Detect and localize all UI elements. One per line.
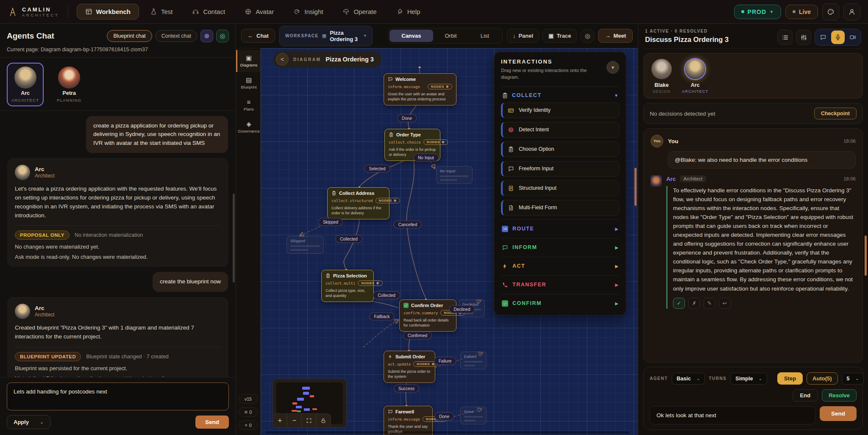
panel-button[interactable]: ↓Panel — [507, 29, 539, 43]
interaction-item[interactable]: Multi-Field Form — [501, 200, 619, 216]
agenda-button[interactable] — [777, 30, 793, 45]
canvas-scrollbar-thumb[interactable] — [634, 168, 637, 206]
diagram-node[interactable]: Farewell inform.message NODES⊕ Thank the… — [384, 406, 433, 435]
zoom-out-button[interactable]: − — [287, 414, 302, 427]
brand-logo[interactable]: CAMLIN ARCHITECT — [8, 6, 59, 17]
nav-item[interactable]: Workbench — [77, 4, 139, 19]
interaction-item[interactable]: Verify Identity — [501, 103, 619, 118]
interaction-section[interactable]: INFORM ▶ — [501, 238, 619, 257]
nav-item[interactable]: Help — [388, 4, 429, 19]
interaction-item[interactable]: Structured Input — [501, 180, 619, 196]
zoom-in-button[interactable]: + — [273, 414, 287, 427]
diagram-node[interactable]: Confirm Order confirm.summary NODES⊕ Rea… — [399, 299, 456, 332]
view-tab[interactable]: Orbit — [433, 30, 469, 42]
nav-item[interactable]: Avatar — [236, 4, 282, 19]
meet-button[interactable]: →Meet — [598, 29, 633, 43]
record-button[interactable]: ◎ — [580, 29, 595, 43]
chat-mode-button[interactable] — [816, 30, 830, 44]
account-button[interactable] — [843, 3, 860, 20]
checkpoint-button[interactable]: Checkpoint — [814, 108, 857, 119]
diagram-node[interactable]: Submit Order act.update NODES⊕ Submit th… — [384, 351, 435, 383]
view-tabs: CanvasOrbitList — [388, 28, 503, 44]
interaction-section[interactable]: TRANSFER ▶ — [501, 275, 619, 294]
ghost-node[interactable]: Failure — [460, 352, 487, 369]
meeting-send-button[interactable]: Send — [820, 406, 857, 421]
trace-button[interactable]: ▣Trace — [542, 29, 577, 43]
agent-select[interactable]: Basic⌄ — [672, 373, 705, 385]
end-button[interactable]: End — [793, 389, 818, 402]
workspace-selector[interactable]: WORKSPACE ▦ Pizza Ordering 3 ▼ — [279, 26, 373, 46]
scrollbar-thumb[interactable] — [233, 194, 235, 283]
reply-button[interactable]: ↩ — [719, 298, 731, 309]
view-tab[interactable]: Canvas — [389, 30, 433, 42]
reject-button[interactable]: ✗ — [688, 298, 700, 309]
edit-button[interactable]: ✎ — [704, 298, 715, 309]
turns-select[interactable]: Simple⌄ — [730, 373, 767, 385]
settings-button[interactable] — [796, 30, 811, 45]
version-badge[interactable]: v15 — [239, 394, 258, 404]
diamond-counter-badge[interactable]: ◈0 — [239, 420, 258, 430]
interaction-section[interactable]: CONFIRM ▶ — [501, 294, 619, 313]
meeting-messages[interactable]: You You 18:06 @Blake: we also need to ha… — [643, 128, 863, 363]
step-button[interactable]: Step — [777, 372, 803, 385]
nav-item-label: Help — [407, 8, 420, 15]
agent-card[interactable]: Petra PLANNING — [52, 63, 86, 106]
accept-button[interactable]: ✓ — [673, 298, 685, 309]
ghost-node[interactable]: Done — [460, 407, 487, 424]
tab-context-chat[interactable]: Context chat — [155, 30, 198, 42]
auto-count-select[interactable]: 5⌄ — [842, 373, 864, 385]
interaction-section[interactable]: ROUTE ▶ — [501, 219, 619, 238]
nav-item[interactable]: Operate — [334, 4, 385, 19]
chat-input[interactable]: Lets add handling for postcodes next — [7, 382, 229, 410]
nav-item[interactable]: Contact — [184, 4, 234, 19]
section-collect[interactable]: COLLECT ▼ — [501, 87, 619, 103]
rail-item[interactable]: ▤ Blueprint — [236, 72, 260, 94]
nav-item[interactable]: Test — [142, 4, 181, 19]
video-button[interactable] — [846, 30, 860, 44]
interaction-item[interactable]: Choose Option — [501, 141, 619, 157]
interaction-section[interactable]: ACT ▶ — [501, 257, 619, 275]
nav-item[interactable]: Insight — [285, 4, 331, 19]
node-nodes-badge[interactable]: NODES⊕ — [423, 139, 448, 145]
interaction-item[interactable]: Detect Intent — [501, 122, 619, 138]
node-nodes-badge[interactable]: NODES⊕ — [428, 84, 452, 89]
diagram-node[interactable]: Collect Address collect.structured NODES… — [327, 187, 389, 219]
meeting-chat-input[interactable]: Ok lets look at that next — [650, 406, 815, 424]
theme-button[interactable] — [822, 3, 839, 20]
interaction-item[interactable]: Freeform Input — [501, 161, 619, 177]
ghost-node[interactable]: Skipped — [287, 236, 324, 254]
focus-button[interactable]: ◎ — [216, 30, 229, 42]
participant[interactable]: Blake DESIGN — [651, 59, 672, 94]
resolve-button[interactable]: Resolve — [822, 389, 857, 402]
rail-item[interactable]: ≡ Plans — [236, 94, 260, 116]
agent-card[interactable]: Arc ARCHITECT — [7, 63, 44, 106]
live-toggle[interactable]: Live — [785, 5, 818, 19]
send-button[interactable]: Send — [195, 416, 229, 429]
rail-item[interactable]: ◈ Governance — [236, 116, 260, 138]
add-agent-button[interactable]: ⊕ — [200, 30, 213, 42]
ghost-node[interactable]: No Input — [436, 166, 473, 184]
node-nodes-badge[interactable]: NODES⊕ — [358, 280, 382, 286]
node-nodes-badge[interactable]: NODES⊕ — [376, 198, 400, 203]
auto-button[interactable]: Auto(5) — [807, 372, 838, 385]
minimap-node — [310, 395, 314, 397]
canvas-horizontal-scrollbar[interactable] — [266, 431, 629, 434]
fit-view-button[interactable] — [302, 414, 316, 427]
scrollbar-thumb[interactable] — [865, 236, 867, 276]
participant[interactable]: Arc ARCHITECT — [682, 59, 708, 94]
chat-scroll-area[interactable]: create a pizza application for ordering … — [0, 111, 236, 377]
node-title: Collect Address — [339, 191, 374, 196]
lock-button[interactable] — [316, 414, 331, 427]
node-counter-badge[interactable]: ▦0 — [239, 407, 258, 417]
collapse-panel-button[interactable]: ▼ — [606, 61, 619, 74]
rail-item[interactable]: ▣ Diagrams — [236, 50, 260, 72]
apply-mode-dropdown[interactable]: Apply ⌄ — [7, 415, 50, 429]
back-to-chat-button[interactable]: ← Chat — [241, 29, 275, 43]
back-button[interactable]: < — [276, 53, 289, 66]
diagram-node[interactable]: Pizza Selection collect.multi NODES⊕ Col… — [321, 270, 374, 302]
tab-blueprint-chat[interactable]: Blueprint chat — [107, 30, 152, 42]
environment-selector[interactable]: PROD ▼ — [734, 5, 781, 19]
mic-button[interactable] — [831, 30, 845, 44]
view-tab[interactable]: List — [469, 30, 501, 42]
diagram-node[interactable]: Welcome inform.message NODES⊕ Greet the … — [384, 73, 456, 105]
